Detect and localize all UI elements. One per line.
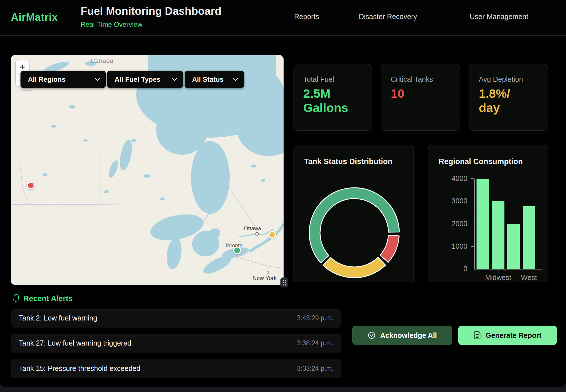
y-tick-mark [471, 224, 474, 224]
y-tick-label: 3000 [428, 197, 467, 205]
bar-region-3 [523, 206, 535, 269]
alert-time: 3:38:24 p.m. [297, 339, 333, 347]
stat-value: 2.5MGallons [303, 86, 372, 115]
stat-value: 1.8%/day [479, 86, 548, 115]
stat-card-critical-tanks: Critical Tanks 10 [381, 64, 460, 131]
x-axis-line [474, 269, 542, 270]
y-tick-mark [471, 201, 474, 201]
chevron-down-icon [172, 78, 177, 81]
alert-row[interactable]: Tank 15: Pressure threshold exceeded 3:3… [11, 359, 341, 378]
y-tick-mark [471, 246, 474, 247]
y-axis-line [474, 179, 475, 270]
status-filter-dropdown[interactable]: All Status [185, 71, 244, 88]
app-root: AirMatrix Fuel Monitoring Dashboard Real… [0, 0, 566, 392]
brand-logo: AirMatrix [11, 11, 58, 23]
ottawa-town-icon [255, 232, 259, 236]
map-canvas[interactable] [11, 55, 284, 285]
y-tick-mark [471, 178, 474, 179]
generate-report-label: Generate Report [486, 331, 541, 340]
stat-card-avg-depletion: Avg Depletion 1.8%/day [469, 64, 548, 131]
tank-marker-critical[interactable] [27, 181, 35, 189]
stat-card-total-fuel: Total Fuel 2.5MGallons [294, 64, 372, 131]
tank-marker-normal[interactable] [233, 246, 241, 254]
regional-consumption-plot: 01000200030004000MidwestWest [428, 145, 548, 282]
header: AirMatrix Fuel Monitoring Dashboard Real… [0, 0, 566, 36]
map-label-new-york: New York [253, 275, 277, 281]
alert-text: Tank 27: Low fuel warning triggered [19, 339, 131, 347]
generate-report-button[interactable]: Generate Report [458, 326, 557, 345]
alert-time: 3:33:24 p.m. [297, 365, 333, 372]
y-tick-label: 0 [428, 265, 467, 273]
nav-disaster-recovery[interactable]: Disaster Recovery [359, 13, 417, 21]
region-filter-dropdown[interactable]: All Regions [21, 71, 106, 88]
regional-consumption-card: Regional Consumption 01000200030004000Mi… [428, 145, 548, 282]
chevron-down-icon [233, 78, 238, 81]
x-tick-mark [529, 270, 529, 273]
alert-text: Tank 15: Pressure threshold exceeded [19, 364, 141, 373]
region-filter-value: All Regions [28, 75, 66, 83]
status-filter-value: All Status [192, 75, 224, 83]
alert-row[interactable]: Tank 2: Low fuel warning 3:43:29 p.m. [11, 309, 341, 328]
alert-time: 3:43:29 p.m. [297, 314, 333, 322]
map-label-canada: Canada [84, 57, 121, 65]
fuel-type-filter-value: All Fuel Types [115, 75, 160, 83]
bell-icon [12, 294, 21, 303]
y-tick-mark [471, 269, 474, 269]
acknowledge-all-button[interactable]: Acknowledge All [352, 326, 452, 345]
chevron-down-icon [95, 78, 100, 81]
y-tick-label: 4000 [428, 174, 467, 183]
stat-label: Total Fuel [303, 75, 372, 83]
donut-segment-critical [380, 235, 399, 262]
stat-label: Critical Tanks [391, 75, 460, 83]
acknowledge-all-label: Acknowledge All [380, 331, 437, 340]
bar-region-1 [492, 201, 504, 269]
bar-region-2 [507, 224, 520, 269]
map-label-ottawa: Ottawa [244, 225, 261, 232]
tank-status-card: Tank Status Distribution [294, 145, 414, 282]
y-tick-label: 1000 [428, 242, 467, 250]
x-tick-mark [498, 270, 498, 273]
alert-row[interactable]: Tank 27: Low fuel warning triggered 3:38… [11, 334, 341, 353]
tank-marker-warning[interactable] [268, 231, 276, 239]
alerts-section-title: Recent Alerts [23, 294, 73, 303]
fuel-type-filter-dropdown[interactable]: All Fuel Types [107, 71, 183, 88]
dashboard-window: AirMatrix Fuel Monitoring Dashboard Real… [0, 0, 566, 387]
nav-user-management[interactable]: User Management [470, 13, 528, 21]
tank-status-donut [294, 145, 414, 282]
page-subtitle: Real-Time Overview [81, 21, 142, 28]
nav-reports[interactable]: Reports [294, 13, 319, 21]
stat-label: Avg Depletion [479, 75, 548, 83]
map-panel[interactable]: Canada Ottawa Toronto New York + − All R… [11, 55, 284, 285]
new-york-dot [267, 271, 269, 273]
donut-segment-warning [323, 257, 386, 278]
file-text-icon [474, 331, 481, 340]
stat-value: 10 [391, 86, 460, 101]
check-circle-icon [368, 331, 376, 339]
bar-region-0 [477, 179, 489, 269]
y-tick-label: 2000 [428, 220, 467, 228]
map-resize-handle[interactable] [280, 277, 288, 287]
x-tick-label: West [509, 273, 549, 282]
alert-text: Tank 2: Low fuel warning [19, 314, 97, 322]
page-title: Fuel Monitoring Dashboard [81, 5, 221, 17]
